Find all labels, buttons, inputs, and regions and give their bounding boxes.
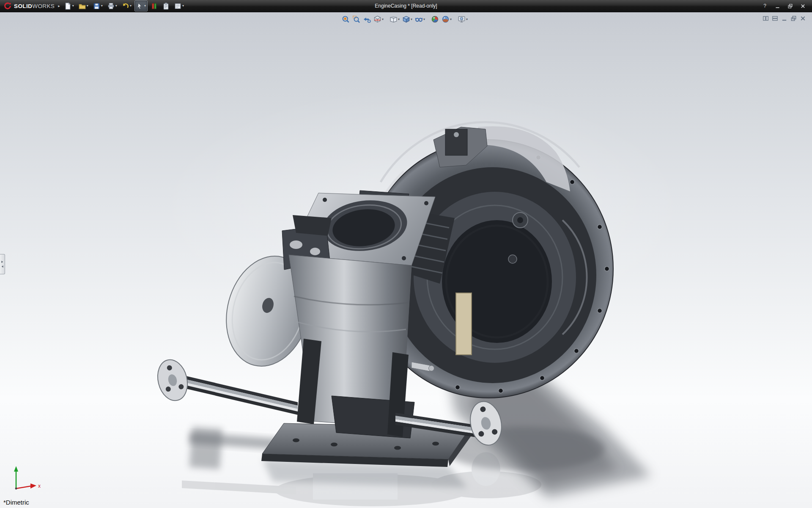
save-floppy-icon <box>93 3 100 10</box>
new-document-icon <box>64 3 71 10</box>
select-button[interactable]: ▾ <box>134 0 148 11</box>
section-view-button[interactable]: ▾ <box>373 15 384 24</box>
featuremanager-collapsed-tab[interactable] <box>0 254 5 274</box>
print-dropdown-icon[interactable]: ▾ <box>115 4 117 8</box>
restore-icon <box>787 3 793 9</box>
solidworks-logo-icon <box>3 2 12 10</box>
zoom-to-fit-icon <box>342 15 350 23</box>
minimize-button[interactable] <box>772 2 783 10</box>
minimize-icon <box>775 3 780 9</box>
hide-show-items-dropdown-icon[interactable]: ▾ <box>423 18 425 21</box>
view-orientation-dropdown-icon[interactable]: ▾ <box>398 18 400 21</box>
x-axis-arrow-icon <box>30 483 36 489</box>
menu-expand-button[interactable]: ▸ <box>57 4 63 8</box>
file-properties-icon <box>162 3 170 10</box>
rebuild-button[interactable] <box>149 0 159 11</box>
view-settings-dropdown-icon[interactable]: ▾ <box>466 18 468 21</box>
view-settings-icon <box>458 15 466 23</box>
doc-close-button[interactable] <box>800 15 806 22</box>
doc-restore-icon <box>790 15 797 22</box>
doc-pane-horizontal-icon <box>772 15 778 22</box>
app-brand-text: SOLIDWORKS <box>14 3 55 9</box>
hide-show-items-icon <box>415 15 423 23</box>
print-button[interactable]: ▾ <box>106 0 119 11</box>
select-cursor-icon <box>136 3 143 10</box>
doc-minimize-button[interactable] <box>781 15 787 22</box>
main-toolbar: ▾ ▾ ▾ ▾ ▾ ▾ <box>63 0 186 11</box>
new-document-dropdown-icon[interactable]: ▾ <box>72 4 74 8</box>
options-icon <box>174 3 181 10</box>
document-window-controls <box>763 15 806 22</box>
doc-minimize-icon <box>781 15 787 22</box>
close-icon <box>800 3 806 9</box>
headsup-view-toolbar: ▾ ▾ ▾ ▾ ▾ <box>341 15 469 24</box>
y-axis-arrow-icon <box>14 466 18 472</box>
open-dropdown-icon[interactable]: ▾ <box>87 4 88 8</box>
doc-pane-split-icon <box>763 15 769 22</box>
help-button[interactable]: ? <box>759 2 771 10</box>
select-dropdown-icon[interactable]: ▾ <box>144 4 146 8</box>
file-properties-button[interactable] <box>161 0 171 11</box>
previous-view-icon <box>363 15 371 23</box>
zoom-to-area-button[interactable] <box>351 15 361 24</box>
open-folder-icon <box>79 3 86 10</box>
doc-pane-horizontal-button[interactable] <box>772 15 778 22</box>
window-controls: ? <box>759 2 809 10</box>
display-style-dropdown-icon[interactable]: ▾ <box>411 18 412 21</box>
view-orientation-label: *Dimetric <box>3 499 29 506</box>
hide-show-items-button[interactable]: ▾ <box>414 15 426 24</box>
display-style-icon <box>402 15 410 23</box>
display-style-button[interactable]: ▾ <box>401 15 413 24</box>
restore-button[interactable] <box>785 2 796 10</box>
zoom-to-fit-button[interactable] <box>341 15 351 24</box>
section-view-dropdown-icon[interactable]: ▾ <box>382 18 384 21</box>
close-button[interactable] <box>797 2 809 10</box>
apply-scene-icon <box>442 15 450 23</box>
save-button[interactable]: ▾ <box>91 0 104 11</box>
app-brand: SOLIDWORKS <box>3 2 55 10</box>
view-orientation-button[interactable]: ▾ <box>389 15 401 24</box>
section-view-icon <box>373 15 381 23</box>
doc-close-icon <box>800 15 806 22</box>
doc-restore-button[interactable] <box>790 15 797 22</box>
solidworks-window: SOLIDWORKS ▸ ▾ ▾ ▾ ▾ ▾ <box>0 0 812 508</box>
apply-scene-dropdown-icon[interactable]: ▾ <box>450 18 452 21</box>
expand-chevron-icon <box>1 265 4 268</box>
engine-casing-model[interactable] <box>0 12 812 508</box>
doc-pane-split-button[interactable] <box>763 15 769 22</box>
view-settings-button[interactable]: ▾ <box>457 15 469 24</box>
undo-dropdown-icon[interactable]: ▾ <box>130 4 132 8</box>
reference-triad: x <box>11 464 45 494</box>
rebuild-icon <box>151 3 158 10</box>
expand-chevron-icon <box>1 260 4 263</box>
open-button[interactable]: ▾ <box>77 0 90 11</box>
view-orientation-icon <box>390 15 398 23</box>
options-button[interactable]: ▾ <box>173 0 186 11</box>
new-document-button[interactable]: ▾ <box>63 0 76 11</box>
print-icon <box>107 3 115 10</box>
edit-appearance-icon <box>431 15 439 23</box>
apply-scene-button[interactable]: ▾ <box>441 15 453 24</box>
save-dropdown-icon[interactable]: ▾ <box>101 4 103 8</box>
graphics-viewport[interactable]: ▾ ▾ ▾ ▾ ▾ <box>0 12 812 508</box>
undo-icon <box>122 3 129 10</box>
edit-appearance-button[interactable] <box>430 15 440 24</box>
zoom-to-area-icon <box>352 15 360 23</box>
undo-button[interactable]: ▾ <box>120 0 133 11</box>
titlebar: SOLIDWORKS ▸ ▾ ▾ ▾ ▾ ▾ <box>0 0 812 12</box>
x-axis-label: x <box>38 483 41 489</box>
previous-view-button[interactable] <box>362 15 372 24</box>
options-dropdown-icon[interactable]: ▾ <box>182 4 184 8</box>
